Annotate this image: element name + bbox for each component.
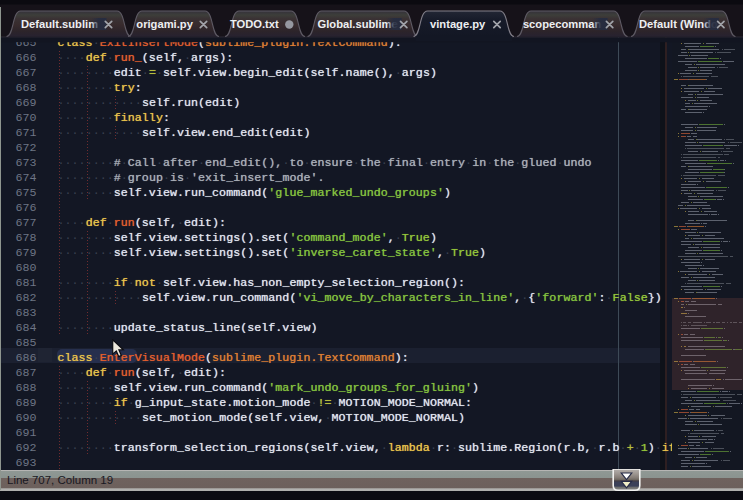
svg-text:TODO.txt: TODO.txt [230,18,279,30]
svg-text:origami.py: origami.py [136,18,193,30]
svg-text:vintage.py: vintage.py [430,18,486,30]
svg-text:scopecomman: scopecomman [523,18,602,30]
svg-text:Default.sublim: Default.sublim [21,18,98,30]
svg-text:Global.sublime: Global.sublime [318,18,398,30]
